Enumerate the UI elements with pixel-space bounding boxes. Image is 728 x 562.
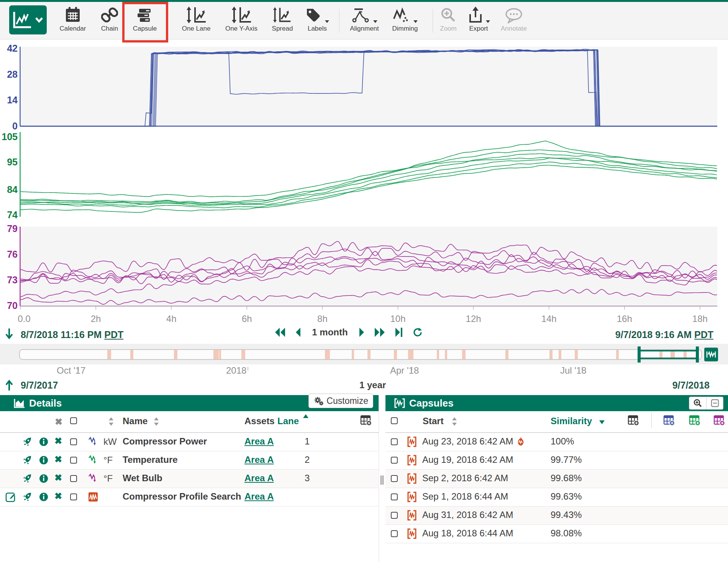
display-range-end[interactable]: 9/7/2018 9:16 AM PDT (615, 329, 713, 340)
timebar-selection[interactable] (638, 346, 699, 363)
capsules-collapse-button[interactable] (706, 397, 723, 409)
column-header-similarity[interactable]: Similarity (551, 416, 592, 426)
asset-link[interactable]: Area A (244, 454, 274, 465)
timezone-link[interactable]: PDT (104, 329, 123, 340)
investigate-range-duration[interactable]: 1 year (359, 380, 386, 390)
remove-all-icon[interactable]: ✖ (55, 417, 62, 427)
column-header-name[interactable]: Name (123, 416, 148, 426)
step-size-label[interactable]: 1 month (310, 327, 349, 338)
item-name[interactable]: Wet Bulb (123, 473, 162, 484)
asset-link[interactable]: Area A (244, 473, 274, 484)
add-temperature-column-icon[interactable] (689, 415, 700, 426)
capsules-zoom-button[interactable] (689, 397, 706, 409)
toolbar-button-calendar[interactable]: Calendar (53, 5, 93, 37)
add-wetbulb-column-icon[interactable] (713, 415, 725, 426)
select-all-checkbox[interactable] (391, 417, 398, 424)
add-column-icon[interactable] (628, 415, 639, 426)
checkbox[interactable] (70, 417, 77, 424)
toolbar-button-labels[interactable]: Labels (297, 5, 337, 37)
toolbar-label-one-lane: One Lane (176, 25, 216, 33)
capsule-row[interactable]: Aug 31, 2018 6:42 AM99.43% (385, 506, 728, 524)
edit-icon[interactable] (5, 492, 16, 502)
checkbox[interactable] (70, 438, 77, 445)
checkbox[interactable] (70, 457, 77, 464)
checkbox[interactable] (70, 475, 77, 482)
details-row[interactable]: ✖kWCompressor PowerArea A1 (0, 433, 378, 451)
capsule-checkbox[interactable] (391, 457, 398, 464)
rocket-icon[interactable] (23, 455, 32, 465)
toolbar-button-alignment[interactable]: Alignment (344, 5, 384, 37)
timebar-capsule-time-button[interactable] (704, 348, 718, 361)
timezone-link[interactable]: PDT (694, 329, 713, 340)
info-icon[interactable] (39, 456, 48, 465)
signal-icon (88, 436, 99, 446)
capsule-row[interactable]: Sep 2, 2018 6:42 AM99.68% (385, 469, 728, 488)
capsule-checkbox[interactable] (391, 512, 398, 519)
toolbar-button-one-y-axis[interactable]: One Y-Axis (221, 5, 261, 37)
step-forward-icon[interactable] (359, 327, 365, 338)
timebar-track[interactable] (19, 349, 702, 360)
checkbox[interactable] (70, 493, 77, 500)
step-to-end-icon[interactable] (395, 327, 403, 338)
panel-splitter[interactable] (379, 395, 385, 562)
splitter-grip[interactable] (380, 475, 384, 485)
remove-icon[interactable]: ✖ (54, 454, 62, 465)
capsule-row[interactable]: Aug 19, 2018 6:42 AM99.77% (385, 451, 728, 469)
toolbar-button-one-lane[interactable]: One Lane (176, 5, 216, 37)
rocket-icon[interactable] (23, 492, 32, 502)
capsule-checkbox[interactable] (391, 438, 398, 445)
info-icon[interactable] (39, 474, 48, 483)
toolbar-button-spread[interactable]: Spread (262, 5, 302, 37)
sort-icon[interactable] (451, 417, 457, 426)
toolbar-separator (339, 9, 339, 33)
worksheet-view-dropdown[interactable] (9, 5, 47, 34)
capsule-checkbox[interactable] (391, 493, 398, 500)
add-signal-column-icon[interactable] (663, 415, 675, 426)
asset-link[interactable]: Area A (244, 436, 274, 447)
investigate-range-end[interactable]: 9/7/2018 (672, 380, 710, 391)
asset-link[interactable]: Area A (244, 491, 274, 502)
details-row[interactable]: ✖Compressor Profile SearchArea A (0, 488, 378, 506)
toolbar-button-annotate[interactable]: Annotate (494, 5, 534, 37)
toolbar-button-export[interactable]: Export (459, 5, 498, 37)
display-range-start[interactable]: 8/7/2018 11:16 PM PDT (21, 329, 123, 340)
column-header-start[interactable]: Start (423, 416, 444, 426)
selection-right-handle[interactable] (696, 346, 699, 363)
sort-icon[interactable] (108, 417, 114, 426)
item-name[interactable]: Compressor Profile Search (123, 491, 241, 502)
add-column-icon[interactable] (360, 415, 372, 426)
toolbar-button-dimming[interactable]: Dimming (385, 5, 425, 37)
selection-left-handle[interactable] (638, 346, 641, 363)
y-tick-label: 74 (0, 209, 18, 221)
info-icon[interactable] (39, 437, 48, 446)
remove-icon[interactable]: ✖ (54, 436, 62, 446)
capsule-row[interactable]: Aug 18, 2018 6:44 AM98.08% (385, 524, 728, 543)
y-tick-label: 84 (0, 184, 18, 195)
sort-icon[interactable] (153, 417, 159, 426)
rocket-icon[interactable] (23, 474, 32, 484)
remove-icon[interactable]: ✖ (54, 472, 62, 483)
refresh-icon[interactable] (412, 327, 423, 338)
step-forward-much-icon[interactable] (374, 327, 385, 338)
dimming-icon (385, 5, 425, 23)
details-row[interactable]: ✖°FWet BulbArea A3 (0, 469, 378, 488)
capsule-checkbox[interactable] (391, 475, 398, 482)
column-header-assets[interactable]: Assets (244, 416, 275, 426)
capsule-stripe (130, 350, 133, 359)
x-tick-label: 12h (466, 314, 481, 324)
remove-icon[interactable]: ✖ (54, 491, 62, 502)
investigate-range-start[interactable]: 9/7/2017 (21, 380, 58, 391)
capsule-row[interactable]: Aug 23, 2018 6:42 AM100% (385, 433, 728, 451)
step-back-much-icon[interactable] (274, 327, 286, 338)
capsule-checkbox[interactable] (391, 530, 398, 537)
capsule-row[interactable]: Sep 1, 2018 6:44 AM99.63% (385, 488, 728, 506)
info-icon[interactable] (39, 492, 48, 502)
step-back-icon[interactable] (295, 327, 301, 338)
trend-chart[interactable]: 014284274849510570737679 0.02h4h6h8h10h1… (0, 39, 728, 327)
details-row[interactable]: ✖°FTemperatureArea A2 (0, 451, 378, 469)
rocket-icon[interactable] (23, 437, 32, 447)
customize-button[interactable]: Customize (308, 394, 373, 408)
item-name[interactable]: Temperature (123, 454, 178, 465)
column-header-lane[interactable]: Lane (277, 416, 299, 426)
item-name[interactable]: Compressor Power (123, 436, 207, 447)
